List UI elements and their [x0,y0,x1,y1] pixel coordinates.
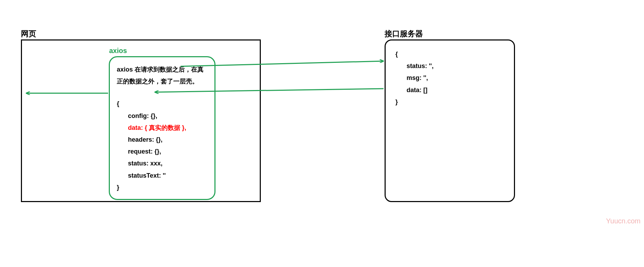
server-response-object: { status: '', msg: '', data: [] } [395,48,504,108]
axios-obj-data: data: { 真实的数据 }, [117,122,207,134]
axios-label: axios [109,47,127,55]
axios-obj-close: } [117,181,207,193]
watermark: Yuucn.com [606,217,641,225]
webpage-title: 网页 [21,29,36,39]
axios-response-object: { config: {}, data: { 真实的数据 }, headers: … [117,98,207,193]
axios-obj-open: { [117,98,207,110]
axios-description: axios 在请求到数据之后，在真正的数据之外，套了一层壳。 [117,64,207,87]
diagram-canvas: 网页 axios axios 在请求到数据之后，在真正的数据之外，套了一层壳。 … [0,0,644,267]
server-obj-msg: msg: '', [395,72,504,84]
server-obj-close: } [395,96,504,108]
server-title: 接口服务器 [385,29,423,39]
server-obj-data: data: [] [395,84,504,96]
server-obj-open: { [395,48,504,60]
server-obj-status: status: '', [395,60,504,72]
axios-box: axios 在请求到数据之后，在真正的数据之外，套了一层壳。 { config:… [109,56,215,200]
axios-obj-config: config: {}, [117,110,207,122]
axios-obj-status: status: xxx, [117,157,207,169]
server-box: { status: '', msg: '', data: [] } [385,39,515,202]
axios-obj-headers: headers: {}, [117,134,207,146]
axios-obj-statusText: statusText: '' [117,170,207,181]
axios-obj-request: request: {}, [117,146,207,157]
